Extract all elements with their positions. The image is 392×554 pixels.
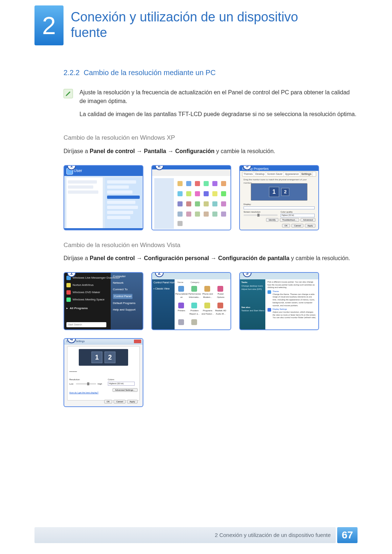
vista-shot-1-start-menu: 1 Windows Live Messenger Download Norton… (64, 272, 143, 330)
cancel-button: Cancel (114, 400, 126, 403)
identify-button: Identify (266, 218, 278, 222)
display-help-link: How do I get the best display? (69, 391, 98, 394)
vista2-sidebar: Control Panel Home • Classic View (154, 281, 176, 291)
vista-shot-3-personalization: 3 Tasks Change desktop icons Adjust font… (239, 272, 319, 330)
xp-shot-3-display-properties: 3 Display Properties ThemesDesktopScreen… (239, 165, 319, 230)
note-text: Ajuste la resolución y la frecuencia de … (79, 88, 358, 123)
chapter-header: 2 Conexión y utilización de un dispositi… (0, 0, 392, 45)
monitor-2-icon: 2 (105, 352, 115, 363)
note-p1: Ajuste la resolución y la frecuencia de … (79, 88, 358, 106)
xp3-fields: Display: Screen resolution Color quality… (244, 203, 315, 218)
arrow-icon: → (136, 148, 142, 154)
vista4-monitor-arrangement: 1 2 (79, 349, 128, 366)
xp-subhead: Cambio de la resolución en Windows XP (64, 133, 358, 143)
xp3-tabs: ThemesDesktopScreen SaverAppearanceSetti… (242, 172, 316, 177)
arrow-icon: → (136, 255, 142, 261)
step-badge: 2 (155, 165, 164, 170)
step-badge: 3 (243, 272, 252, 277)
apply-button: Apply (127, 400, 138, 403)
cancel-button: Cancel (291, 224, 303, 227)
arrow-icon: → (211, 255, 216, 261)
arrow-icon: → (168, 148, 173, 154)
chapter-number-badge: 2 (34, 5, 64, 45)
step-badge: 2 (155, 272, 164, 277)
note-block: Ajuste la resolución y la frecuencia de … (64, 88, 358, 123)
step-badge: 1 (67, 165, 76, 170)
xp-shot-2-control-panel: 2 (151, 165, 231, 230)
vista-subhead: Cambio de la resolución en Windows Vista (64, 241, 358, 250)
vista4-title: Display Settings (64, 339, 143, 345)
vista3-body: Pick a different mouse pointer. You can … (268, 281, 316, 320)
page-number: 67 (337, 527, 358, 543)
vista-path: Diríjase a Panel de control → Configurac… (64, 254, 358, 263)
monitor-1-icon: 1 (269, 187, 279, 197)
vista-shot-2-control-panel: 2 Control Panel Home • Classic View Name… (151, 272, 231, 330)
vista-screenshots-row2: 4 Display Settings 1 2 •••••••••• Resolu… (64, 338, 358, 407)
section-heading: 2.2.2 Cambio de la resolución mediante u… (64, 67, 358, 78)
monitor-1-icon: 1 (91, 352, 102, 363)
section-title-text: Cambio de la resolución mediante un PC (84, 69, 216, 77)
ok-button: OK (282, 224, 290, 227)
chapter-title: Conexión y utilización de un dispositivo… (71, 9, 332, 40)
content-area: 2.2.2 Cambio de la resolución mediante u… (0, 45, 392, 407)
page-footer: 2 Conexión y utilización de un dispositi… (34, 527, 358, 543)
note-p2: La calidad de imagen de las pantallas TF… (79, 110, 358, 119)
ok-button: OK (104, 400, 113, 403)
search-input: Start Search (66, 322, 106, 327)
vista-shot-4-display-settings: 4 Display Settings 1 2 •••••••••• Resolu… (64, 338, 143, 407)
close-icon (134, 340, 141, 343)
xp-shot-1-start-menu: 1 (64, 165, 143, 230)
xp-path: Diríjase a Panel de control → Pantalla →… (64, 147, 358, 156)
xp3-monitor-arrangement: 1 2 (251, 183, 307, 201)
troubleshoot-button: Troubleshoot... (280, 218, 299, 222)
advanced-button: Advanced (301, 218, 315, 222)
footer-text: 2 Conexión y utilización de un dispositi… (34, 527, 336, 543)
vista3-sidebar: Tasks Change desktop icons Adjust font s… (241, 281, 265, 313)
advanced-settings-button: Advanced Settings... (113, 388, 138, 392)
xp3-dialog-buttons: Identify Troubleshoot... Advanced (266, 218, 315, 222)
section-number: 2.2.2 (64, 69, 79, 77)
xp3-ok-cancel: OK Cancel Apply (282, 224, 315, 227)
xp-screenshots: 1 2 (64, 165, 358, 230)
apply-button: Apply (305, 224, 315, 227)
vista-screenshots-row1: 1 Windows Live Messenger Download Norton… (64, 272, 358, 330)
note-icon (64, 89, 73, 98)
monitor-2-icon: 2 (281, 188, 289, 196)
